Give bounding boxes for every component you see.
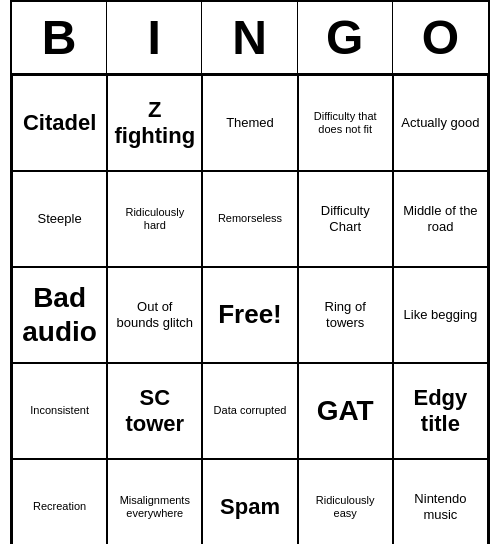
cell-text-8: Difficulty Chart bbox=[305, 203, 386, 234]
bingo-cell-11: Out of bounds glitch bbox=[107, 267, 202, 363]
cell-text-5: Steeple bbox=[38, 211, 82, 227]
bingo-cell-13: Ring of towers bbox=[298, 267, 393, 363]
cell-text-3: Difficulty that does not fit bbox=[305, 110, 386, 136]
cell-text-24: Nintendo music bbox=[400, 491, 481, 522]
bingo-letter-b: B bbox=[12, 2, 107, 73]
bingo-letter-i: I bbox=[107, 2, 202, 73]
cell-text-16: SC tower bbox=[114, 385, 195, 438]
bingo-cell-1: Z fighting bbox=[107, 75, 202, 171]
cell-text-13: Ring of towers bbox=[305, 299, 386, 330]
bingo-cell-16: SC tower bbox=[107, 363, 202, 459]
bingo-cell-4: Actually good bbox=[393, 75, 488, 171]
cell-text-14: Like begging bbox=[404, 307, 478, 323]
bingo-grid: CitadelZ fightingThemedDifficulty that d… bbox=[12, 75, 488, 544]
cell-text-18: GAT bbox=[317, 394, 374, 428]
bingo-cell-7: Remorseless bbox=[202, 171, 297, 267]
bingo-cell-8: Difficulty Chart bbox=[298, 171, 393, 267]
cell-text-1: Z fighting bbox=[114, 97, 195, 150]
cell-text-12: Free! bbox=[218, 299, 282, 330]
bingo-cell-3: Difficulty that does not fit bbox=[298, 75, 393, 171]
cell-text-19: Edgy title bbox=[400, 385, 481, 438]
cell-text-7: Remorseless bbox=[218, 212, 282, 225]
cell-text-2: Themed bbox=[226, 115, 274, 131]
bingo-cell-12: Free! bbox=[202, 267, 297, 363]
bingo-cell-19: Edgy title bbox=[393, 363, 488, 459]
cell-text-20: Recreation bbox=[33, 500, 86, 513]
bingo-cell-18: GAT bbox=[298, 363, 393, 459]
bingo-cell-0: Citadel bbox=[12, 75, 107, 171]
cell-text-4: Actually good bbox=[401, 115, 479, 131]
bingo-cell-17: Data corrupted bbox=[202, 363, 297, 459]
bingo-header: BINGO bbox=[12, 2, 488, 75]
bingo-letter-n: N bbox=[202, 2, 297, 73]
cell-text-6: Ridiculously hard bbox=[114, 206, 195, 232]
bingo-cell-15: Inconsistent bbox=[12, 363, 107, 459]
bingo-cell-10: Bad audio bbox=[12, 267, 107, 363]
cell-text-17: Data corrupted bbox=[214, 404, 287, 417]
bingo-letter-g: G bbox=[298, 2, 393, 73]
cell-text-11: Out of bounds glitch bbox=[114, 299, 195, 330]
bingo-cell-5: Steeple bbox=[12, 171, 107, 267]
cell-text-10: Bad audio bbox=[19, 281, 100, 348]
bingo-cell-6: Ridiculously hard bbox=[107, 171, 202, 267]
bingo-cell-22: Spam bbox=[202, 459, 297, 544]
cell-text-0: Citadel bbox=[23, 110, 96, 136]
cell-text-9: Middle of the road bbox=[400, 203, 481, 234]
cell-text-23: Ridiculously easy bbox=[305, 494, 386, 520]
bingo-cell-14: Like begging bbox=[393, 267, 488, 363]
cell-text-21: Misalignments everywhere bbox=[114, 494, 195, 520]
cell-text-22: Spam bbox=[220, 494, 280, 520]
bingo-card: BINGO CitadelZ fightingThemedDifficulty … bbox=[10, 0, 490, 544]
bingo-cell-23: Ridiculously easy bbox=[298, 459, 393, 544]
bingo-cell-24: Nintendo music bbox=[393, 459, 488, 544]
bingo-cell-2: Themed bbox=[202, 75, 297, 171]
bingo-letter-o: O bbox=[393, 2, 488, 73]
bingo-cell-21: Misalignments everywhere bbox=[107, 459, 202, 544]
bingo-cell-9: Middle of the road bbox=[393, 171, 488, 267]
bingo-cell-20: Recreation bbox=[12, 459, 107, 544]
cell-text-15: Inconsistent bbox=[30, 404, 89, 417]
